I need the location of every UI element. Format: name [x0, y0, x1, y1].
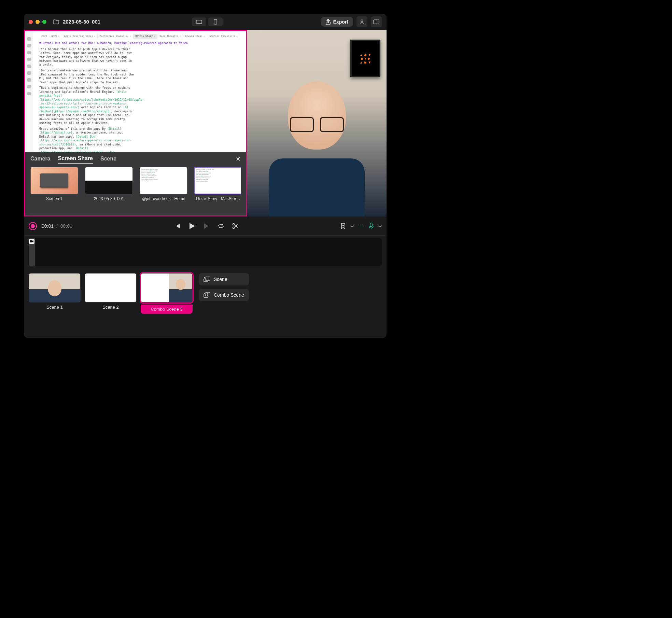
doc-tab: Sponsor Checklists×	[207, 34, 240, 39]
minimize-window-button[interactable]	[36, 20, 40, 24]
app-window: 2023-05-30_001 Export	[24, 14, 387, 338]
chevron-down-icon	[378, 225, 382, 227]
marker-menu-button[interactable]	[350, 225, 354, 227]
add-combo-scene-icon	[204, 292, 210, 298]
scissors-icon	[232, 223, 238, 229]
doc-tab: 2023 - WK22×	[39, 34, 62, 39]
source-thumbnail	[85, 167, 133, 194]
play-button[interactable]	[188, 222, 196, 230]
sidebar-toggle-button[interactable]	[371, 16, 382, 27]
add-combo-scene-button[interactable]: Combo Scene	[199, 289, 249, 301]
mic-menu-button[interactable]	[378, 225, 382, 227]
playback-controls	[174, 222, 239, 230]
skip-forward-button[interactable]	[203, 222, 210, 230]
current-time: 00:01	[42, 223, 54, 229]
aspect-ratio-group	[192, 17, 223, 26]
loop-button[interactable]	[217, 222, 225, 230]
cut-button[interactable]	[232, 222, 239, 230]
bookmark-icon	[341, 223, 346, 229]
skip-back-button[interactable]	[174, 222, 182, 230]
portrait-toggle[interactable]	[208, 17, 223, 26]
chevron-down-icon	[350, 225, 354, 227]
doc-tab: Deep Thoughts×	[157, 34, 183, 39]
more-button[interactable]: ⋯	[359, 223, 364, 229]
record-button[interactable]	[29, 222, 37, 230]
doc-heading: # Detail Duo and Detail for Mac: A Moder…	[39, 41, 240, 45]
doc-paragraph: That's beginning to change with the focu…	[39, 86, 135, 125]
source-tab-scene[interactable]: Scene	[100, 156, 116, 163]
source-label: Screen 1	[46, 196, 62, 201]
source-label: 2023-05-30_001	[94, 196, 124, 201]
svg-point-2	[361, 20, 363, 22]
svg-rect-1	[214, 19, 217, 24]
person-torso	[269, 158, 365, 216]
camera-badge-icon	[29, 239, 34, 244]
titlebar: 2023-05-30_001 Export	[24, 14, 387, 30]
mic-button[interactable]	[369, 223, 374, 229]
doc-paragraph: The transformation was gradual with the …	[39, 69, 135, 84]
scene-thumbnail	[29, 273, 81, 303]
doc-tab: Apple Briefing Notes×	[62, 34, 98, 39]
close-source-picker-button[interactable]: ✕	[236, 155, 241, 163]
source-picker-panel: ✕ Camera Screen Share Scene Screen 1 202…	[25, 152, 246, 215]
timeline[interactable]	[24, 236, 387, 268]
scene-card-active[interactable]: Combo Scene 3	[141, 273, 193, 314]
export-button[interactable]: Export	[321, 17, 353, 27]
right-tool-group: ⋯	[341, 223, 382, 229]
time-separator: /	[56, 223, 58, 229]
person-head	[288, 81, 346, 150]
timeline-clip-start	[29, 238, 35, 266]
source-tab-camera[interactable]: Camera	[30, 156, 51, 163]
scene-thumbnail	[141, 273, 193, 303]
project-folder-icon	[53, 18, 59, 25]
glasses-icon	[288, 117, 346, 131]
source-label: @johnvoorhees - Home	[142, 196, 185, 201]
transport-bar: 00:01 / 00:01	[24, 216, 387, 236]
microphone-icon	[369, 223, 374, 229]
landscape-toggle[interactable]	[192, 17, 206, 26]
svg-rect-3	[374, 20, 379, 24]
add-combo-scene-label: Combo Scene	[214, 292, 244, 298]
wall-art-icon: ▲ ◉ ▼◆ ● ◆▲ ◉ ▼	[350, 40, 380, 77]
doc-tab: Unwind Ideas×	[183, 34, 207, 39]
maximize-window-button[interactable]	[42, 20, 46, 24]
add-scene-button[interactable]: Scene	[199, 273, 249, 285]
duration-time: 00:01	[60, 223, 72, 229]
add-scene-label: Scene	[214, 277, 227, 282]
scene-thumbnail	[85, 273, 137, 303]
scene-actions: Scene Combo Scene	[199, 273, 249, 301]
source-thumbnails: Screen 1 2023-05-30_001 Lorem ipsum dolo…	[30, 167, 241, 201]
skip-back-icon	[175, 223, 181, 229]
close-window-button[interactable]	[29, 20, 33, 24]
source-tabs: Camera Screen Share Scene	[30, 155, 241, 164]
add-scene-icon	[204, 277, 210, 282]
marker-button[interactable]	[341, 223, 346, 229]
loop-icon	[218, 224, 224, 228]
camera-preview: ▲ ◉ ▼◆ ● ◆▲ ◉ ▼	[247, 30, 387, 216]
skip-forward-icon	[204, 223, 210, 229]
source-item-selected[interactable]: Detail Duo and Detail for Maclink ipsum …	[194, 167, 241, 201]
scene-label: Scene 2	[102, 305, 119, 310]
scene-card[interactable]: Scene 1	[29, 273, 81, 310]
timeline-track[interactable]	[35, 238, 382, 266]
svg-rect-7	[370, 223, 372, 227]
share-icon	[326, 19, 331, 25]
source-thumbnail	[30, 167, 78, 194]
export-label: Export	[333, 19, 348, 25]
scene-label: Scene 1	[46, 305, 63, 310]
source-tab-screenshare[interactable]: Screen Share	[58, 155, 93, 164]
doc-paragraph: It's harder than ever to push Apple devi…	[39, 47, 135, 67]
svg-rect-8	[205, 277, 210, 280]
source-item[interactable]: Screen 1	[30, 167, 78, 201]
account-button[interactable]	[356, 16, 367, 27]
source-item[interactable]: 2023-05-30_001	[85, 167, 133, 201]
doc-tab-active: Detail Story×	[134, 34, 158, 39]
source-thumbnail: Lorem ipsum dolor sit ametconsectetur li…	[140, 167, 187, 194]
scene-card[interactable]: Scene 2	[85, 273, 137, 310]
window-traffic-lights	[29, 20, 46, 24]
doc-tab: MacStories Unwind W…×	[98, 34, 134, 39]
screenshare-preview: 2023 - WK22× Apple Briefing Notes× MacSt…	[24, 30, 247, 216]
source-item[interactable]: Lorem ipsum dolor sit ametconsectetur li…	[140, 167, 187, 201]
person-icon	[359, 19, 365, 25]
preview-area: 2023 - WK22× Apple Briefing Notes× MacSt…	[24, 30, 387, 216]
